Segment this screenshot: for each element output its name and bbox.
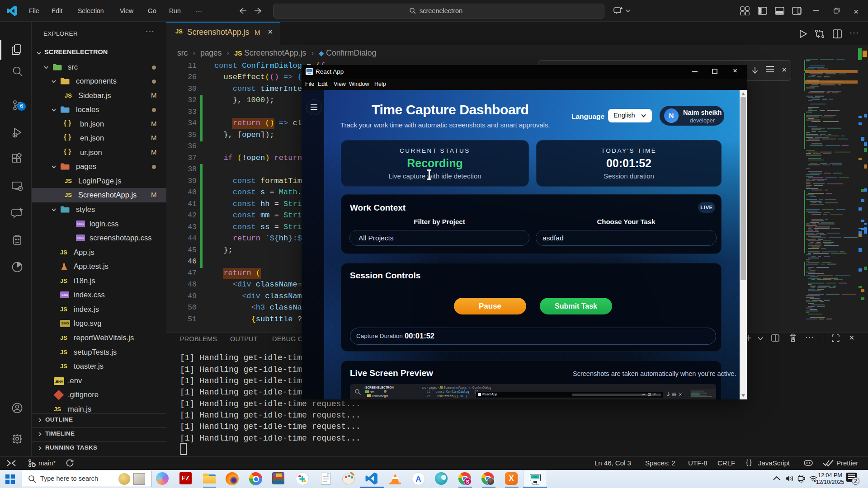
svg-text:src: src: [370, 390, 374, 394]
